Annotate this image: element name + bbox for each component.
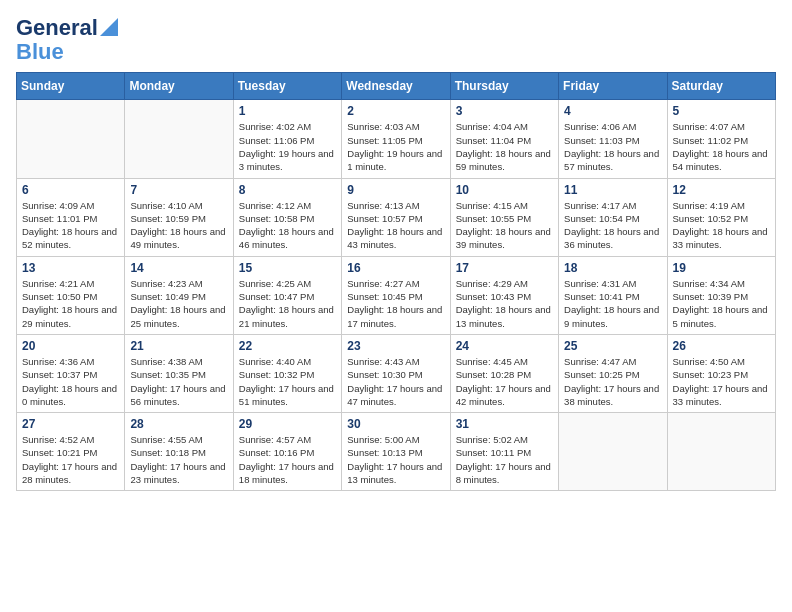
day-number: 16 bbox=[347, 261, 444, 275]
day-number: 2 bbox=[347, 104, 444, 118]
day-number: 14 bbox=[130, 261, 227, 275]
day-info: Sunrise: 4:06 AM Sunset: 11:03 PM Daylig… bbox=[564, 120, 661, 173]
calendar-cell: 4Sunrise: 4:06 AM Sunset: 11:03 PM Dayli… bbox=[559, 100, 667, 178]
calendar-week-row: 6Sunrise: 4:09 AM Sunset: 11:01 PM Dayli… bbox=[17, 178, 776, 256]
day-info: Sunrise: 5:02 AM Sunset: 10:11 PM Daylig… bbox=[456, 433, 553, 486]
calendar-cell: 2Sunrise: 4:03 AM Sunset: 11:05 PM Dayli… bbox=[342, 100, 450, 178]
day-info: Sunrise: 4:25 AM Sunset: 10:47 PM Daylig… bbox=[239, 277, 336, 330]
calendar-cell: 3Sunrise: 4:04 AM Sunset: 11:04 PM Dayli… bbox=[450, 100, 558, 178]
day-number: 3 bbox=[456, 104, 553, 118]
day-header-tuesday: Tuesday bbox=[233, 73, 341, 100]
day-info: Sunrise: 4:03 AM Sunset: 11:05 PM Daylig… bbox=[347, 120, 444, 173]
svg-marker-0 bbox=[100, 18, 118, 36]
calendar-cell: 27Sunrise: 4:52 AM Sunset: 10:21 PM Dayl… bbox=[17, 413, 125, 491]
calendar-cell: 13Sunrise: 4:21 AM Sunset: 10:50 PM Dayl… bbox=[17, 256, 125, 334]
calendar-cell: 9Sunrise: 4:13 AM Sunset: 10:57 PM Dayli… bbox=[342, 178, 450, 256]
day-info: Sunrise: 4:17 AM Sunset: 10:54 PM Daylig… bbox=[564, 199, 661, 252]
day-info: Sunrise: 4:02 AM Sunset: 11:06 PM Daylig… bbox=[239, 120, 336, 173]
day-number: 9 bbox=[347, 183, 444, 197]
calendar-cell: 7Sunrise: 4:10 AM Sunset: 10:59 PM Dayli… bbox=[125, 178, 233, 256]
day-info: Sunrise: 4:34 AM Sunset: 10:39 PM Daylig… bbox=[673, 277, 770, 330]
logo-text-line1: General bbox=[16, 16, 98, 40]
day-number: 27 bbox=[22, 417, 119, 431]
page-header: General Blue bbox=[16, 16, 776, 64]
calendar-cell: 17Sunrise: 4:29 AM Sunset: 10:43 PM Dayl… bbox=[450, 256, 558, 334]
day-number: 23 bbox=[347, 339, 444, 353]
calendar-header-row: SundayMondayTuesdayWednesdayThursdayFrid… bbox=[17, 73, 776, 100]
day-number: 24 bbox=[456, 339, 553, 353]
day-header-monday: Monday bbox=[125, 73, 233, 100]
calendar-cell bbox=[559, 413, 667, 491]
day-info: Sunrise: 4:21 AM Sunset: 10:50 PM Daylig… bbox=[22, 277, 119, 330]
calendar-cell bbox=[667, 413, 775, 491]
day-number: 11 bbox=[564, 183, 661, 197]
logo-text-line2: Blue bbox=[16, 40, 64, 64]
calendar-cell: 26Sunrise: 4:50 AM Sunset: 10:23 PM Dayl… bbox=[667, 334, 775, 412]
calendar-cell: 8Sunrise: 4:12 AM Sunset: 10:58 PM Dayli… bbox=[233, 178, 341, 256]
day-header-sunday: Sunday bbox=[17, 73, 125, 100]
day-header-friday: Friday bbox=[559, 73, 667, 100]
day-number: 10 bbox=[456, 183, 553, 197]
day-info: Sunrise: 4:50 AM Sunset: 10:23 PM Daylig… bbox=[673, 355, 770, 408]
calendar-cell bbox=[125, 100, 233, 178]
day-info: Sunrise: 4:45 AM Sunset: 10:28 PM Daylig… bbox=[456, 355, 553, 408]
day-number: 5 bbox=[673, 104, 770, 118]
day-info: Sunrise: 5:00 AM Sunset: 10:13 PM Daylig… bbox=[347, 433, 444, 486]
day-header-saturday: Saturday bbox=[667, 73, 775, 100]
day-info: Sunrise: 4:19 AM Sunset: 10:52 PM Daylig… bbox=[673, 199, 770, 252]
day-info: Sunrise: 4:38 AM Sunset: 10:35 PM Daylig… bbox=[130, 355, 227, 408]
calendar-cell: 1Sunrise: 4:02 AM Sunset: 11:06 PM Dayli… bbox=[233, 100, 341, 178]
calendar-cell: 23Sunrise: 4:43 AM Sunset: 10:30 PM Dayl… bbox=[342, 334, 450, 412]
calendar-cell: 20Sunrise: 4:36 AM Sunset: 10:37 PM Dayl… bbox=[17, 334, 125, 412]
calendar-cell: 19Sunrise: 4:34 AM Sunset: 10:39 PM Dayl… bbox=[667, 256, 775, 334]
day-number: 4 bbox=[564, 104, 661, 118]
day-info: Sunrise: 4:27 AM Sunset: 10:45 PM Daylig… bbox=[347, 277, 444, 330]
calendar-cell: 6Sunrise: 4:09 AM Sunset: 11:01 PM Dayli… bbox=[17, 178, 125, 256]
day-number: 31 bbox=[456, 417, 553, 431]
calendar-cell: 14Sunrise: 4:23 AM Sunset: 10:49 PM Dayl… bbox=[125, 256, 233, 334]
day-info: Sunrise: 4:55 AM Sunset: 10:18 PM Daylig… bbox=[130, 433, 227, 486]
day-info: Sunrise: 4:23 AM Sunset: 10:49 PM Daylig… bbox=[130, 277, 227, 330]
day-number: 18 bbox=[564, 261, 661, 275]
day-info: Sunrise: 4:12 AM Sunset: 10:58 PM Daylig… bbox=[239, 199, 336, 252]
day-info: Sunrise: 4:04 AM Sunset: 11:04 PM Daylig… bbox=[456, 120, 553, 173]
calendar-table: SundayMondayTuesdayWednesdayThursdayFrid… bbox=[16, 72, 776, 491]
day-number: 28 bbox=[130, 417, 227, 431]
day-number: 19 bbox=[673, 261, 770, 275]
day-number: 21 bbox=[130, 339, 227, 353]
logo-triangle-icon bbox=[100, 18, 118, 36]
day-info: Sunrise: 4:29 AM Sunset: 10:43 PM Daylig… bbox=[456, 277, 553, 330]
day-number: 17 bbox=[456, 261, 553, 275]
logo: General Blue bbox=[16, 16, 118, 64]
day-number: 25 bbox=[564, 339, 661, 353]
calendar-cell: 18Sunrise: 4:31 AM Sunset: 10:41 PM Dayl… bbox=[559, 256, 667, 334]
day-info: Sunrise: 4:09 AM Sunset: 11:01 PM Daylig… bbox=[22, 199, 119, 252]
calendar-cell: 15Sunrise: 4:25 AM Sunset: 10:47 PM Dayl… bbox=[233, 256, 341, 334]
day-number: 22 bbox=[239, 339, 336, 353]
day-number: 7 bbox=[130, 183, 227, 197]
day-number: 8 bbox=[239, 183, 336, 197]
day-number: 20 bbox=[22, 339, 119, 353]
day-info: Sunrise: 4:47 AM Sunset: 10:25 PM Daylig… bbox=[564, 355, 661, 408]
day-number: 30 bbox=[347, 417, 444, 431]
day-info: Sunrise: 4:40 AM Sunset: 10:32 PM Daylig… bbox=[239, 355, 336, 408]
day-header-wednesday: Wednesday bbox=[342, 73, 450, 100]
calendar-cell: 24Sunrise: 4:45 AM Sunset: 10:28 PM Dayl… bbox=[450, 334, 558, 412]
day-number: 1 bbox=[239, 104, 336, 118]
calendar-cell: 25Sunrise: 4:47 AM Sunset: 10:25 PM Dayl… bbox=[559, 334, 667, 412]
day-header-thursday: Thursday bbox=[450, 73, 558, 100]
day-info: Sunrise: 4:57 AM Sunset: 10:16 PM Daylig… bbox=[239, 433, 336, 486]
calendar-cell: 11Sunrise: 4:17 AM Sunset: 10:54 PM Dayl… bbox=[559, 178, 667, 256]
day-info: Sunrise: 4:36 AM Sunset: 10:37 PM Daylig… bbox=[22, 355, 119, 408]
day-number: 29 bbox=[239, 417, 336, 431]
day-number: 12 bbox=[673, 183, 770, 197]
calendar-cell: 30Sunrise: 5:00 AM Sunset: 10:13 PM Dayl… bbox=[342, 413, 450, 491]
day-number: 6 bbox=[22, 183, 119, 197]
calendar-cell: 21Sunrise: 4:38 AM Sunset: 10:35 PM Dayl… bbox=[125, 334, 233, 412]
day-info: Sunrise: 4:52 AM Sunset: 10:21 PM Daylig… bbox=[22, 433, 119, 486]
day-info: Sunrise: 4:13 AM Sunset: 10:57 PM Daylig… bbox=[347, 199, 444, 252]
day-number: 15 bbox=[239, 261, 336, 275]
day-info: Sunrise: 4:10 AM Sunset: 10:59 PM Daylig… bbox=[130, 199, 227, 252]
day-info: Sunrise: 4:31 AM Sunset: 10:41 PM Daylig… bbox=[564, 277, 661, 330]
day-number: 26 bbox=[673, 339, 770, 353]
